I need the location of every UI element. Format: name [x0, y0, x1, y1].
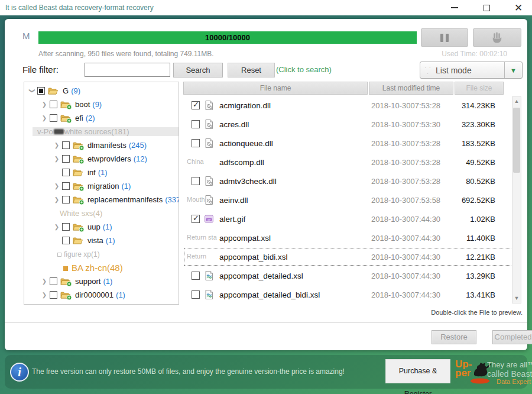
- tree-item-label: uup: [87, 222, 100, 231]
- tree-item-vista[interactable]: vista(1): [24, 234, 179, 247]
- tree-checkbox[interactable]: [37, 87, 45, 95]
- tree-item-uup[interactable]: ❯uup(1): [24, 220, 179, 234]
- brand-tagline-3: Data Expert: [497, 378, 531, 385]
- column-header-modified-time[interactable]: Last modified time: [369, 82, 453, 95]
- file-checkbox[interactable]: [192, 120, 200, 128]
- tree-item-count: (1): [103, 222, 112, 231]
- file-row[interactable]: appcompat_detailed.xsl2018-10-3007:44:30…: [183, 266, 521, 285]
- square-icon: [63, 266, 68, 271]
- file-row[interactable]: appcompat_detailed_bidi.xsl2018-10-3007:…: [183, 285, 521, 304]
- tree-item-dir0000001[interactable]: ❯dir0000001(1): [24, 288, 179, 302]
- file-checkbox[interactable]: [192, 139, 200, 147]
- scrollbar[interactable]: ▲ ▼: [512, 96, 521, 303]
- tree-item-boot[interactable]: ❯boot(9): [24, 98, 179, 111]
- column-header-file-name[interactable]: File name: [183, 82, 368, 95]
- tree-checkbox[interactable]: [62, 182, 70, 190]
- purchase-register-button[interactable]: Purchase & Register: [385, 359, 450, 383]
- tree-item-dlmanifests[interactable]: ❯dlmanifests(245): [24, 138, 179, 152]
- brand-tagline-2: called Beasts: [487, 369, 532, 379]
- svg-text:GIF: GIF: [207, 219, 211, 221]
- file-name: appcompat.xsl: [219, 234, 371, 243]
- close-icon[interactable]: ✕: [510, 1, 527, 14]
- dll-file-icon: [204, 138, 214, 148]
- file-row[interactable]: GIFalert.gif2018-10-3007:44:301.02KB: [183, 209, 521, 228]
- file-checkbox[interactable]: [192, 290, 200, 299]
- file-filter-input[interactable]: [85, 63, 170, 77]
- file-row[interactable]: Return staappcompat.xsl2018-10-3007:44:3…: [183, 228, 521, 247]
- tree-checkbox[interactable]: [62, 237, 70, 244]
- tree-item-support[interactable]: ❯support(1): [24, 274, 179, 288]
- tree-item-count: (9): [92, 100, 102, 109]
- file-checkbox[interactable]: [192, 177, 200, 185]
- tree-item-label: dlmanifests: [87, 141, 126, 150]
- scrollbar-thumb[interactable]: [513, 108, 520, 173]
- tree-item-G[interactable]: ❯G(9): [24, 84, 179, 98]
- chevron-right-icon[interactable]: ❯: [53, 142, 61, 148]
- tree-checkbox[interactable]: [62, 169, 70, 176]
- file-name: adfscomp.dll: [219, 158, 371, 167]
- brand-tagline-1: They are all™: [487, 360, 532, 369]
- file-row[interactable]: Chinaadfscomp.dll2018-10-3007:53:2849.52…: [183, 153, 521, 172]
- stop-button[interactable]: [473, 28, 521, 47]
- chevron-right-icon[interactable]: ❯: [53, 183, 61, 189]
- minimize-icon[interactable]: [446, 1, 463, 14]
- drive-label: M: [22, 31, 30, 41]
- folder-icon: [60, 114, 72, 123]
- chevron-right-icon[interactable]: ❯: [40, 278, 48, 285]
- file-modified: 2018-10-3007:53:28: [371, 177, 448, 186]
- footer-divider: [5, 322, 527, 323]
- search-button[interactable]: Search: [173, 63, 223, 77]
- scroll-up-icon[interactable]: ▲: [512, 97, 521, 106]
- tree-checkbox[interactable]: [62, 155, 70, 163]
- column-header-file-size[interactable]: File size: [455, 82, 504, 95]
- folder-icon: [60, 100, 72, 109]
- scroll-down-icon[interactable]: ▼: [512, 294, 521, 303]
- file-checkbox[interactable]: [192, 272, 200, 280]
- file-size: 11.40KB: [448, 234, 495, 243]
- pause-button[interactable]: [421, 28, 468, 47]
- chevron-right-icon[interactable]: ❯: [53, 224, 61, 230]
- file-row[interactable]: admtv3check.dll2018-10-3007:53:2880.52KB: [183, 172, 521, 190]
- chevron-right-icon[interactable]: ❯: [40, 101, 48, 108]
- chevron-right-icon[interactable]: ❯: [40, 115, 48, 121]
- tree-checkbox[interactable]: [62, 223, 70, 231]
- tree-checkbox[interactable]: [50, 291, 57, 299]
- chevron-right-icon[interactable]: ❯: [40, 292, 48, 298]
- maximize-icon[interactable]: [478, 1, 495, 14]
- chevron-right-icon[interactable]: ❯: [53, 156, 61, 162]
- file-row[interactable]: acres.dll2018-10-3007:53:30323.30KB: [183, 115, 521, 134]
- reset-button[interactable]: Reset: [228, 63, 275, 77]
- tree-checkbox[interactable]: [50, 114, 57, 122]
- file-checkbox[interactable]: [192, 101, 200, 109]
- tree-item-inf[interactable]: inf(1): [24, 166, 179, 179]
- restore-button[interactable]: Restore: [432, 330, 476, 344]
- folder-icon: [60, 290, 72, 300]
- tree-item-efi[interactable]: ❯efi(2): [24, 111, 179, 125]
- completed-button[interactable]: Completed: [492, 330, 532, 344]
- file-row[interactable]: Returnappcompat_bidi.xsl2018-10-3007:44:…: [183, 247, 521, 266]
- view-mode-dropdown[interactable]: · ·· List mode ▼: [420, 62, 523, 79]
- file-size: 183.52KB: [448, 139, 495, 148]
- chevron-right-icon[interactable]: ❯: [53, 196, 61, 203]
- tree-item-count: (1): [121, 182, 131, 190]
- tree-item-migration[interactable]: ❯migration(1): [24, 179, 179, 193]
- dll-file-icon: [204, 195, 214, 205]
- file-row[interactable]: actionqueue.dll2018-10-3007:53:28183.52K…: [183, 134, 521, 153]
- file-modified: 2018-10-3007:53:58: [371, 196, 448, 205]
- bottom-banner: i The free version can only restore 50MB…: [5, 355, 527, 389]
- file-size: 49.52KB: [448, 158, 495, 167]
- tree-checkbox[interactable]: [50, 277, 57, 285]
- file-row[interactable]: Mouthaeinv.dll2018-10-3007:53:58692.52KB: [183, 190, 521, 209]
- file-row[interactable]: acmigration.dll2018-10-3007:53:28314.23K…: [183, 96, 521, 115]
- file-size: 80.52KB: [448, 177, 495, 186]
- file-checkbox[interactable]: [192, 215, 200, 223]
- xsl-file-icon: [204, 289, 214, 300]
- file-modified: 2018-10-3007:53:30: [371, 120, 448, 129]
- tree-checkbox[interactable]: [50, 101, 57, 108]
- tree-item-etwproviders[interactable]: ❯etwproviders(12): [24, 152, 179, 166]
- tree-item-replacementmanifests[interactable]: ❯replacementmanifests(337): [24, 193, 179, 206]
- tree-checkbox[interactable]: [62, 196, 70, 204]
- chevron-down-icon[interactable]: ❯: [29, 87, 35, 95]
- chevron-down-icon[interactable]: ▼: [504, 62, 522, 78]
- tree-checkbox[interactable]: [62, 141, 70, 149]
